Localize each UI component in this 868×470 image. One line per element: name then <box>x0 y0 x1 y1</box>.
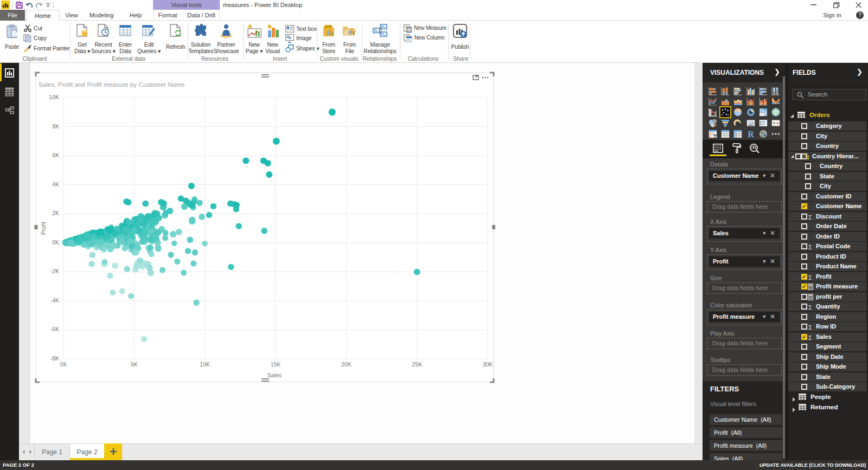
svg-text:123: 123 <box>748 121 754 125</box>
svg-text:R: R <box>748 130 754 138</box>
